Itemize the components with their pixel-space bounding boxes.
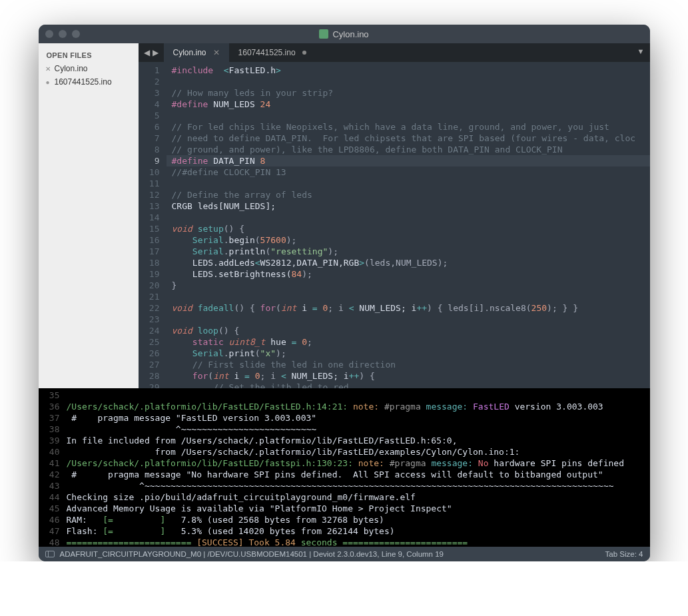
tab-overflow-icon[interactable]: ▼ xyxy=(637,47,645,55)
status-left[interactable]: ADAFRUIT_CIRCUITPLAYGROUND_M0 | /DEV/CU.… xyxy=(60,550,444,558)
console-gutter: 3536373839404142434445464748 xyxy=(39,388,67,547)
close-file-icon[interactable]: ✕ xyxy=(45,65,51,73)
tab-nav-arrows[interactable]: ◀ ▶ xyxy=(139,43,164,62)
tab-label: Cylon.ino xyxy=(173,48,206,57)
zoom-window-button[interactable] xyxy=(72,30,80,38)
status-tab-size[interactable]: Tab Size: 4 xyxy=(605,550,643,558)
build-console[interactable]: 3536373839404142434445464748 /Users/scha… xyxy=(39,388,650,547)
code-content[interactable]: #include <FastLED.h>// How many leds in … xyxy=(167,62,650,388)
nav-back-icon[interactable]: ◀ xyxy=(144,48,150,57)
line-gutter[interactable]: 1234567891011121314151617181920212223242… xyxy=(139,62,167,388)
tab[interactable]: 1607441525.ino xyxy=(229,43,316,62)
code-area[interactable]: 1234567891011121314151617181920212223242… xyxy=(139,62,650,388)
close-window-button[interactable] xyxy=(45,30,53,38)
sidebar[interactable]: OPEN FILES ✕Cylon.ino●1607441525.ino xyxy=(39,43,139,388)
console-content[interactable]: /Users/schack/.platformio/lib/FastLED/Fa… xyxy=(67,388,650,547)
tab[interactable]: Cylon.ino✕ xyxy=(164,43,229,62)
status-bar[interactable]: ADAFRUIT_CIRCUITPLAYGROUND_M0 | /DEV/CU.… xyxy=(39,547,650,561)
nav-forward-icon[interactable]: ▶ xyxy=(153,48,159,57)
titlebar[interactable]: Cylon.ino xyxy=(39,25,650,43)
file-name: 1607441525.ino xyxy=(55,77,112,87)
traffic-lights xyxy=(45,30,80,38)
sidebar-file-item[interactable]: ✕Cylon.ino xyxy=(39,62,139,75)
editor-area: ◀ ▶ Cylon.ino✕1607441525.ino ▼ 123456789… xyxy=(139,43,650,388)
main-area: OPEN FILES ✕Cylon.ino●1607441525.ino ◀ ▶… xyxy=(39,43,650,388)
tab-label: 1607441525.ino xyxy=(238,48,296,57)
file-icon xyxy=(319,29,328,39)
minimize-window-button[interactable] xyxy=(59,30,67,38)
close-tab-icon[interactable]: ✕ xyxy=(213,48,220,57)
file-name: Cylon.ino xyxy=(55,64,88,73)
tab-bar[interactable]: ◀ ▶ Cylon.ino✕1607441525.ino ▼ xyxy=(139,43,650,62)
editor-window: Cylon.ino OPEN FILES ✕Cylon.ino●16074415… xyxy=(39,25,650,561)
sidebar-file-item[interactable]: ●1607441525.ino xyxy=(39,75,139,89)
window-title-text: Cylon.ino xyxy=(332,29,368,39)
dirty-indicator-icon xyxy=(302,51,306,55)
window-title: Cylon.ino xyxy=(39,29,650,39)
dirty-indicator-icon[interactable]: ● xyxy=(45,79,51,86)
panel-icon[interactable] xyxy=(45,551,55,557)
open-files-header: OPEN FILES xyxy=(39,49,139,62)
